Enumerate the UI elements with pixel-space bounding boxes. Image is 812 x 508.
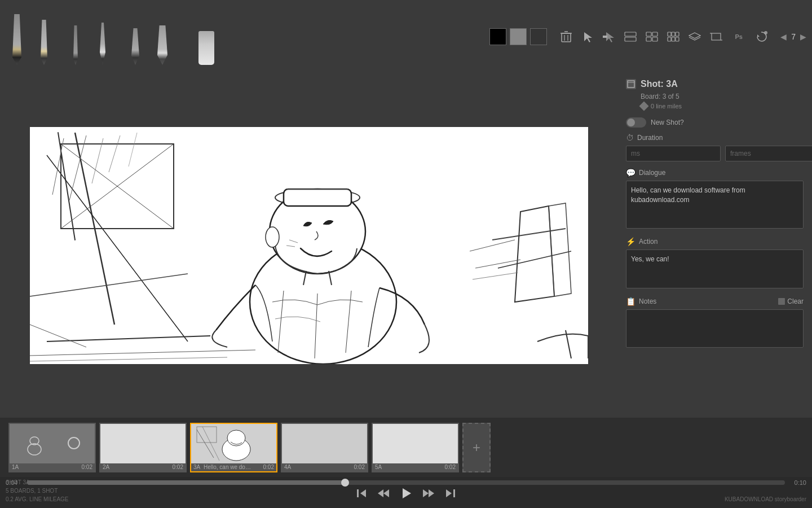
action-textarea[interactable]: Yes, we can! bbox=[626, 249, 804, 288]
tool-eraser[interactable] bbox=[195, 8, 218, 65]
toolbar-right-tools: Ps bbox=[558, 29, 769, 45]
shot-status: SHOT 3A bbox=[6, 478, 69, 487]
notes-textarea[interactable] bbox=[626, 309, 804, 348]
move-button[interactable] bbox=[601, 29, 617, 45]
svg-rect-83 bbox=[453, 489, 455, 497]
thumb-3a bbox=[191, 424, 276, 463]
duration-section: ⏱ Duration bbox=[626, 133, 804, 161]
grid-view-2-button[interactable] bbox=[644, 29, 660, 45]
svg-rect-10 bbox=[646, 32, 651, 36]
rewind-button[interactable] bbox=[377, 488, 390, 498]
dialogue-icon: 💬 bbox=[626, 168, 636, 177]
shot-title-section: Shot: 3A Board: 3 of 5 0 line miles bbox=[626, 79, 804, 110]
skip-to-end-button[interactable] bbox=[445, 488, 456, 498]
svg-rect-76 bbox=[357, 489, 359, 497]
filmstrip-item-3a[interactable]: 3A Hello, can we downloa... 0:02 bbox=[190, 423, 277, 472]
new-shot-section: New Shot? bbox=[626, 117, 804, 128]
clear-notes-button[interactable]: Clear bbox=[778, 297, 804, 305]
svg-marker-24 bbox=[757, 34, 760, 37]
svg-point-25 bbox=[764, 31, 767, 34]
dialogue-textarea[interactable]: Hello, can we download software from kub… bbox=[626, 181, 804, 229]
tool-pen[interactable] bbox=[91, 8, 114, 65]
filmstrip-label-4a: 4A bbox=[284, 464, 291, 470]
svg-rect-21 bbox=[712, 33, 721, 40]
svg-rect-17 bbox=[668, 37, 671, 41]
new-shot-toggle[interactable] bbox=[626, 117, 646, 128]
grid-view-1-button[interactable] bbox=[623, 29, 638, 45]
color-swatches-area bbox=[489, 28, 547, 45]
svg-rect-51 bbox=[284, 189, 351, 206]
grid-view-3-button[interactable] bbox=[665, 29, 681, 45]
sketch-drawing[interactable] bbox=[30, 127, 588, 364]
timeline-row: 0:04 0:10 bbox=[6, 479, 806, 486]
svg-rect-19 bbox=[676, 37, 679, 41]
filmstrip: 1A 0:02 2A 0:02 3A Hello, can we downloa… bbox=[0, 418, 812, 477]
add-board-button[interactable]: + bbox=[462, 423, 491, 472]
app-name: KUBADOWNLOAD storyboarder bbox=[725, 496, 806, 502]
svg-marker-20 bbox=[689, 33, 700, 38]
color-swatch-black[interactable] bbox=[489, 28, 506, 45]
nav-prev[interactable]: ◀ bbox=[780, 32, 787, 41]
crop-button[interactable] bbox=[708, 29, 724, 45]
filmstrip-item-5a[interactable]: 5A 0:02 bbox=[372, 423, 459, 472]
play-button[interactable] bbox=[400, 487, 412, 500]
svg-rect-9 bbox=[625, 37, 636, 41]
svg-rect-63 bbox=[628, 81, 634, 87]
tool-marker[interactable] bbox=[124, 8, 147, 65]
svg-rect-8 bbox=[625, 32, 636, 36]
svg-rect-14 bbox=[668, 32, 671, 36]
svg-point-68 bbox=[68, 437, 80, 449]
clear-icon bbox=[778, 298, 785, 305]
timeline-track[interactable] bbox=[27, 480, 785, 485]
svg-marker-78 bbox=[378, 489, 383, 497]
svg-marker-5 bbox=[584, 32, 592, 42]
notes-icon: 📋 bbox=[626, 297, 636, 306]
tool-pencil-wide[interactable] bbox=[6, 8, 28, 65]
filmstrip-time-3a: 0:02 bbox=[263, 464, 274, 470]
canvas-frame[interactable] bbox=[30, 127, 588, 364]
notes-label: Notes bbox=[639, 297, 656, 305]
tool-marker-light[interactable] bbox=[151, 8, 174, 65]
dialogue-label: Dialogue bbox=[639, 169, 665, 177]
new-shot-label: New Shot? bbox=[651, 119, 684, 126]
svg-rect-18 bbox=[672, 37, 675, 41]
photoshop-button[interactable]: Ps bbox=[730, 29, 748, 45]
skip-to-start-button[interactable] bbox=[356, 488, 367, 498]
thumb-1a bbox=[10, 424, 95, 463]
shot-icon bbox=[626, 79, 636, 89]
layers-button[interactable] bbox=[687, 29, 703, 45]
duration-frames-input[interactable] bbox=[725, 146, 812, 161]
color-swatch-darkgray[interactable] bbox=[530, 28, 547, 45]
svg-point-65 bbox=[28, 444, 41, 455]
filmstrip-item-4a[interactable]: 4A 0:02 bbox=[281, 423, 368, 472]
filmstrip-time-4a: 0:02 bbox=[354, 464, 365, 470]
timeline-fill bbox=[27, 480, 345, 485]
color-swatch-gray[interactable] bbox=[510, 28, 527, 45]
duration-ms-input[interactable] bbox=[626, 146, 721, 161]
drawing-tools bbox=[6, 8, 478, 65]
svg-point-60 bbox=[266, 227, 279, 247]
timeline-playhead[interactable] bbox=[341, 479, 349, 487]
filmstrip-label-1a: 1A bbox=[12, 464, 19, 470]
playback-controls bbox=[6, 487, 806, 500]
top-toolbar: Ps ◀ 7 ▶ bbox=[0, 0, 812, 73]
diamond-icon bbox=[639, 102, 649, 111]
action-icon: ⚡ bbox=[626, 237, 636, 246]
tool-pencil-thin[interactable] bbox=[64, 8, 87, 65]
select-button[interactable] bbox=[580, 29, 595, 45]
notes-section: 📋 Notes Clear bbox=[626, 297, 804, 349]
refresh-button[interactable] bbox=[753, 29, 769, 45]
filmstrip-item-2a[interactable]: 2A 0:02 bbox=[99, 423, 187, 472]
filmstrip-item-1a[interactable]: 1A 0:02 bbox=[8, 423, 96, 472]
avg-mileage-status: 0.2 AVG. LINE MILEAGE bbox=[6, 495, 69, 503]
delete-button[interactable] bbox=[558, 29, 574, 45]
boards-status: 5 BOARDS, 1 SHOT bbox=[6, 487, 69, 495]
svg-rect-11 bbox=[652, 32, 657, 36]
nav-next[interactable]: ▶ bbox=[800, 32, 806, 41]
fast-forward-button[interactable] bbox=[422, 488, 435, 498]
thumb-2a bbox=[100, 424, 186, 463]
tool-pencil[interactable] bbox=[33, 8, 55, 65]
shot-title-text: Shot: 3A bbox=[641, 79, 678, 89]
nav-area: ◀ 7 ▶ bbox=[780, 32, 806, 41]
bottom-status: SHOT 3A 5 BOARDS, 1 SHOT 0.2 AVG. LINE M… bbox=[6, 478, 69, 503]
